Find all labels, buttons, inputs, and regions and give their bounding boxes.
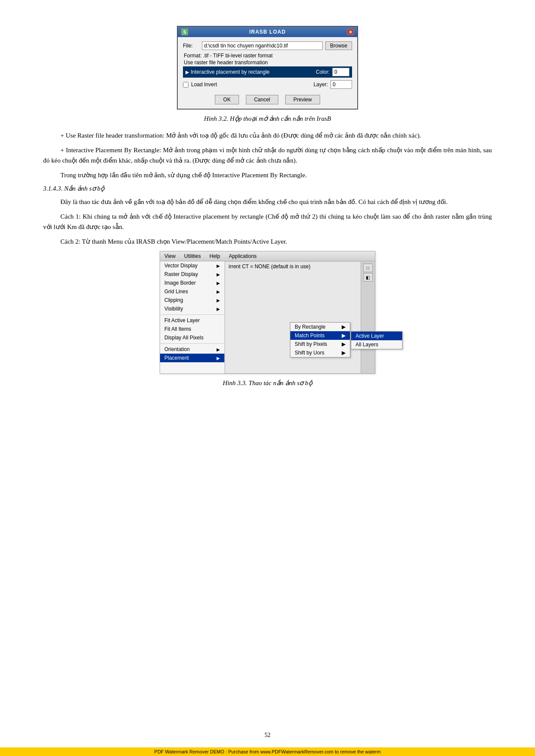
submenu-shift-uors[interactable]: Shift by Uors ▶: [290, 348, 350, 357]
menu-vector-arrow-icon: ▶: [217, 264, 220, 268]
submenu2-all-layers[interactable]: All Layers: [351, 340, 402, 349]
menu-placement[interactable]: Placement ▶: [160, 354, 224, 362]
submenu-match-points-label: Match Points: [295, 333, 324, 339]
menu-orientation[interactable]: Orientation ▶: [160, 345, 224, 354]
placement-label: Interactive placement by rectangle: [191, 69, 270, 75]
submenu-shift-uors-label: Shift by Uors: [295, 350, 324, 356]
menu-vector-display-label: Vector Display: [164, 263, 198, 269]
menu-toolbar-strip: □ ◧: [361, 262, 374, 373]
submenu-placement: By Rectangle ▶ Match Points ▶ Shift by P…: [290, 322, 350, 358]
dialog-body: File: Browse Format: .tif - TIFF bi-leve…: [178, 37, 357, 109]
load-invert-label: Load Invert: [191, 82, 217, 88]
submenu-shift-pixels-arrow: ▶: [342, 341, 346, 347]
menu-applications[interactable]: Applications: [224, 252, 261, 260]
menu-left-panel: Vector Display ▶ Raster Display ▶ Image …: [160, 261, 225, 373]
menu-screenshot-container: View Utilities Help Applications Vector …: [43, 251, 492, 374]
dialog-title-text: IRASB LOAD: [188, 29, 347, 35]
page: S IRASB LOAD ✕ File: Browse Format: .tif…: [0, 0, 535, 756]
color-input[interactable]: [332, 68, 349, 76]
menu-body: Vector Display ▶ Raster Display ▶ Image …: [160, 261, 375, 373]
menu-visibility-label: Visibility: [164, 306, 183, 312]
menu-separator-1: [160, 314, 224, 315]
menu-raster-display[interactable]: Raster Display ▶: [160, 270, 224, 279]
menu-display-all-label: Display All Pixels: [164, 335, 204, 341]
dialog-actions: OK Cancel Preview: [183, 95, 352, 104]
submenu-by-rectangle-arrow: ▶: [342, 324, 346, 330]
menu-visibility-arrow-icon: ▶: [217, 307, 220, 311]
placement-row[interactable]: ▶ Interactive placement by rectangle Col…: [183, 66, 352, 78]
menu-clipping-arrow-icon: ▶: [217, 298, 220, 303]
menu-gridlines-arrow-icon: ▶: [217, 289, 220, 294]
menu-help[interactable]: Help: [205, 252, 224, 260]
menu-orientation-label: Orientation: [164, 346, 190, 352]
menu-visibility[interactable]: Visibility ▶: [160, 304, 224, 313]
menu-topbar: View Utilities Help Applications: [160, 251, 375, 261]
paragraph-3: Trong trường hợp lần đầu tiên mở ảnh, sử…: [43, 170, 492, 180]
load-invert-checkbox[interactable]: [183, 82, 189, 88]
menu-clipping-label: Clipping: [164, 297, 183, 303]
menu-fit-all-label: Fit All Items: [164, 326, 191, 332]
format-line2: Use raster file header transformation: [183, 60, 352, 66]
paragraph-4: Đây là thao tác đưa ảnh về gần với toạ đ…: [43, 197, 492, 207]
placement-arrow-icon: ▶: [186, 69, 189, 75]
figure2-caption: Hình 3.3. Thao tác nắn ảnh sơ bộ: [43, 379, 492, 387]
toolbar-icon-2[interactable]: ◧: [363, 273, 373, 282]
irasb-load-dialog: S IRASB LOAD ✕ File: Browse Format: .tif…: [177, 26, 358, 110]
menu-fit-all[interactable]: Fit All Items: [160, 325, 224, 333]
submenu-match-points[interactable]: Match Points ▶: [290, 331, 350, 340]
color-label: Color:: [316, 69, 330, 75]
menu-image-border[interactable]: Image Border ▶: [160, 279, 224, 287]
submenu2-active-layer[interactable]: Active Layer: [351, 332, 402, 340]
menu-screenshot: View Utilities Help Applications Vector …: [160, 251, 375, 374]
preview-button[interactable]: Preview: [285, 95, 320, 104]
menu-fit-active[interactable]: Fit Active Layer: [160, 316, 224, 325]
cancel-button[interactable]: Cancel: [246, 95, 278, 104]
submenu2-match-points: Active Layer All Layers: [351, 331, 403, 349]
watermark-bar: PDF Watermark Remover DEMO : Purchase fr…: [0, 747, 535, 756]
page-number: 52: [0, 732, 535, 739]
menu-clipping[interactable]: Clipping ▶: [160, 296, 224, 304]
menu-image-border-label: Image Border: [164, 280, 196, 286]
menu-right-area: irrent CT = NONE (default is in use) □ ◧…: [225, 261, 375, 373]
layer-row: Layer:: [314, 80, 352, 89]
paragraph-5: Cách 1: Khi chúng ta mở ảnh với chế độ I…: [43, 211, 492, 232]
menu-imageborder-arrow-icon: ▶: [217, 281, 220, 285]
dialog-title-icon: S: [181, 28, 188, 35]
menu-display-all[interactable]: Display All Pixels: [160, 333, 224, 342]
load-layer-row: Load Invert Layer:: [183, 80, 352, 91]
submenu-by-rectangle[interactable]: By Rectangle ▶: [290, 323, 350, 331]
figure1-caption: Hình 3.2. Hộp thoại mở ảnh cần nắn trên …: [43, 115, 492, 122]
menu-orientation-arrow-icon: ▶: [217, 347, 220, 352]
paragraph-6: Cách 2: Từ thanh Menu của IRASB chọn Vie…: [43, 236, 492, 247]
toolbar-icon-1[interactable]: □: [363, 264, 373, 272]
load-invert-row: Load Invert: [183, 82, 217, 88]
menu-placement-label: Placement: [164, 355, 189, 361]
menu-view[interactable]: View: [160, 252, 180, 260]
menu-right-text: irrent CT = NONE (default is in use): [225, 262, 374, 271]
menu-vector-display[interactable]: Vector Display ▶: [160, 261, 224, 270]
dialog-close-button[interactable]: ✕: [347, 29, 354, 35]
ok-button[interactable]: OK: [215, 95, 239, 104]
section-heading: 3.1.4.3. Nắn ảnh sơ bộ: [43, 185, 492, 192]
paragraph-1: + Use Raster file header transformation:…: [43, 130, 492, 141]
menu-raster-display-label: Raster Display: [164, 271, 198, 277]
menu-utilities[interactable]: Utilities: [180, 252, 205, 260]
submenu-shift-uors-arrow: ▶: [342, 350, 346, 356]
layer-label: Layer:: [314, 82, 328, 88]
menu-raster-arrow-icon: ▶: [217, 272, 220, 277]
browse-button[interactable]: Browse: [325, 41, 352, 50]
submenu-list: By Rectangle ▶ Match Points ▶ Shift by P…: [290, 322, 350, 358]
dialog-container: S IRASB LOAD ✕ File: Browse Format: .tif…: [43, 26, 492, 110]
submenu-shift-pixels[interactable]: Shift by Pixels ▶: [290, 340, 350, 348]
menu-separator-2: [160, 343, 224, 344]
paragraph-2: + Interactive Placement By Rectangle: Mở…: [43, 145, 492, 166]
dialog-titlebar: S IRASB LOAD ✕: [178, 27, 357, 37]
layer-input[interactable]: [330, 80, 352, 89]
submenu-match-points-arrow: ▶: [342, 333, 346, 339]
menu-grid-lines[interactable]: Grid Lines ▶: [160, 287, 224, 296]
file-label: File:: [183, 43, 200, 49]
submenu-by-rectangle-label: By Rectangle: [295, 324, 325, 330]
menu-fit-active-label: Fit Active Layer: [164, 317, 200, 323]
file-row: File: Browse: [183, 41, 352, 50]
file-input[interactable]: [202, 41, 323, 50]
